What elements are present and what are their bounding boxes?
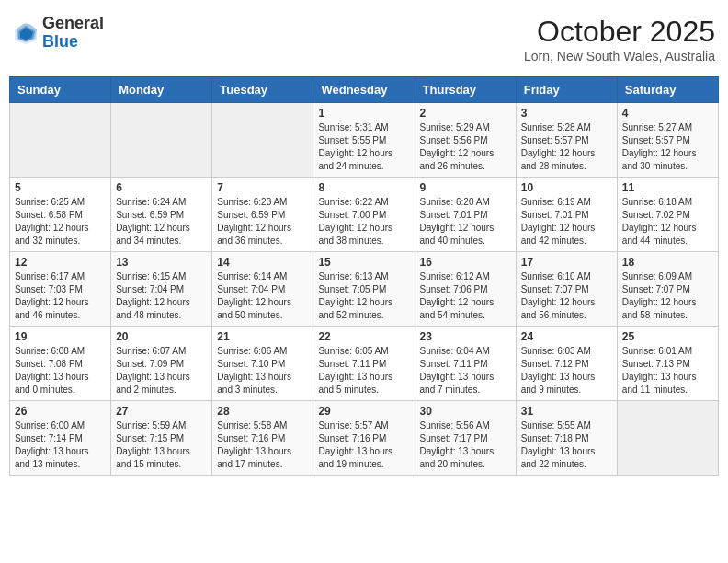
calendar-cell: 31Sunrise: 5:55 AM Sunset: 7:18 PM Dayli…: [516, 401, 617, 476]
calendar-cell: 30Sunrise: 5:56 AM Sunset: 7:17 PM Dayli…: [415, 401, 516, 476]
day-number: 26: [15, 405, 106, 418]
day-number: 15: [318, 256, 409, 269]
calendar-cell: 13Sunrise: 6:15 AM Sunset: 7:04 PM Dayli…: [111, 252, 212, 327]
weekday-header: Wednesday: [313, 77, 415, 103]
calendar-cell: 20Sunrise: 6:07 AM Sunset: 7:09 PM Dayli…: [111, 327, 212, 401]
day-number: 31: [521, 405, 612, 418]
weekday-header: Sunday: [10, 77, 111, 103]
calendar-cell: [111, 103, 212, 178]
cell-content: Sunrise: 5:59 AM Sunset: 7:15 PM Dayligh…: [116, 419, 207, 471]
calendar-cell: [10, 103, 111, 178]
calendar-cell: 17Sunrise: 6:10 AM Sunset: 7:07 PM Dayli…: [516, 252, 617, 327]
logo-icon: [13, 20, 39, 46]
title-block: October 2025 Lorn, New South Wales, Aust…: [524, 15, 715, 63]
cell-content: Sunrise: 5:28 AM Sunset: 5:57 PM Dayligh…: [521, 121, 612, 173]
day-number: 23: [420, 330, 511, 343]
cell-content: Sunrise: 5:29 AM Sunset: 5:56 PM Dayligh…: [420, 121, 511, 173]
calendar-cell: 26Sunrise: 6:00 AM Sunset: 7:14 PM Dayli…: [10, 401, 111, 476]
logo-blue-text: Blue: [42, 33, 104, 52]
weekday-header: Saturday: [617, 77, 718, 103]
calendar-cell: 8Sunrise: 6:22 AM Sunset: 7:00 PM Daylig…: [313, 178, 415, 252]
day-number: 16: [420, 256, 511, 269]
day-number: 9: [420, 181, 511, 194]
calendar-cell: 5Sunrise: 6:25 AM Sunset: 6:58 PM Daylig…: [10, 178, 111, 252]
calendar-cell: [617, 401, 718, 476]
day-number: 18: [622, 256, 713, 269]
location: Lorn, New South Wales, Australia: [524, 49, 715, 63]
cell-content: Sunrise: 6:06 AM Sunset: 7:10 PM Dayligh…: [217, 345, 308, 396]
day-number: 1: [318, 107, 409, 120]
day-number: 19: [15, 330, 106, 343]
calendar-cell: 1Sunrise: 5:31 AM Sunset: 5:55 PM Daylig…: [313, 103, 415, 178]
day-number: 28: [217, 405, 308, 418]
weekday-header: Tuesday: [212, 77, 313, 103]
day-number: 4: [622, 107, 713, 120]
calendar-cell: 16Sunrise: 6:12 AM Sunset: 7:06 PM Dayli…: [415, 252, 516, 327]
day-number: 29: [318, 405, 409, 418]
day-number: 6: [116, 181, 207, 194]
calendar-week-row: 12Sunrise: 6:17 AM Sunset: 7:03 PM Dayli…: [10, 252, 719, 327]
calendar-week-row: 19Sunrise: 6:08 AM Sunset: 7:08 PM Dayli…: [10, 327, 719, 401]
calendar-cell: 2Sunrise: 5:29 AM Sunset: 5:56 PM Daylig…: [415, 103, 516, 178]
calendar-cell: 15Sunrise: 6:13 AM Sunset: 7:05 PM Dayli…: [313, 252, 415, 327]
cell-content: Sunrise: 6:14 AM Sunset: 7:04 PM Dayligh…: [217, 270, 308, 322]
day-number: 25: [622, 330, 713, 343]
day-number: 14: [217, 256, 308, 269]
cell-content: Sunrise: 5:27 AM Sunset: 5:57 PM Dayligh…: [622, 121, 713, 173]
calendar-cell: 23Sunrise: 6:04 AM Sunset: 7:11 PM Dayli…: [415, 327, 516, 401]
day-number: 27: [116, 405, 207, 418]
calendar-cell: 7Sunrise: 6:23 AM Sunset: 6:59 PM Daylig…: [212, 178, 313, 252]
weekday-header: Monday: [111, 77, 212, 103]
calendar-cell: 24Sunrise: 6:03 AM Sunset: 7:12 PM Dayli…: [516, 327, 617, 401]
cell-content: Sunrise: 6:20 AM Sunset: 7:01 PM Dayligh…: [420, 196, 511, 247]
cell-content: Sunrise: 6:17 AM Sunset: 7:03 PM Dayligh…: [15, 270, 106, 322]
calendar-cell: 9Sunrise: 6:20 AM Sunset: 7:01 PM Daylig…: [415, 178, 516, 252]
day-number: 11: [622, 181, 713, 194]
cell-content: Sunrise: 6:04 AM Sunset: 7:11 PM Dayligh…: [420, 345, 511, 396]
calendar-cell: 14Sunrise: 6:14 AM Sunset: 7:04 PM Dayli…: [212, 252, 313, 327]
cell-content: Sunrise: 6:05 AM Sunset: 7:11 PM Dayligh…: [318, 345, 409, 396]
day-number: 8: [318, 181, 409, 194]
calendar-cell: [212, 103, 313, 178]
calendar-cell: 11Sunrise: 6:18 AM Sunset: 7:02 PM Dayli…: [617, 178, 718, 252]
calendar-week-row: 5Sunrise: 6:25 AM Sunset: 6:58 PM Daylig…: [10, 178, 719, 252]
day-number: 5: [15, 181, 106, 194]
cell-content: Sunrise: 6:18 AM Sunset: 7:02 PM Dayligh…: [622, 196, 713, 247]
calendar-cell: 21Sunrise: 6:06 AM Sunset: 7:10 PM Dayli…: [212, 327, 313, 401]
month-title: October 2025: [524, 15, 715, 49]
cell-content: Sunrise: 6:07 AM Sunset: 7:09 PM Dayligh…: [116, 345, 207, 396]
calendar: SundayMondayTuesdayWednesdayThursdayFrid…: [9, 76, 719, 476]
calendar-cell: 4Sunrise: 5:27 AM Sunset: 5:57 PM Daylig…: [617, 103, 718, 178]
calendar-cell: 6Sunrise: 6:24 AM Sunset: 6:59 PM Daylig…: [111, 178, 212, 252]
day-number: 30: [420, 405, 511, 418]
day-number: 7: [217, 181, 308, 194]
cell-content: Sunrise: 6:12 AM Sunset: 7:06 PM Dayligh…: [420, 270, 511, 322]
calendar-cell: 22Sunrise: 6:05 AM Sunset: 7:11 PM Dayli…: [313, 327, 415, 401]
weekday-header: Friday: [516, 77, 617, 103]
calendar-cell: 18Sunrise: 6:09 AM Sunset: 7:07 PM Dayli…: [617, 252, 718, 327]
day-number: 13: [116, 256, 207, 269]
cell-content: Sunrise: 6:22 AM Sunset: 7:00 PM Dayligh…: [318, 196, 409, 247]
cell-content: Sunrise: 6:23 AM Sunset: 6:59 PM Dayligh…: [217, 196, 308, 247]
cell-content: Sunrise: 6:25 AM Sunset: 6:58 PM Dayligh…: [15, 196, 106, 247]
calendar-cell: 27Sunrise: 5:59 AM Sunset: 7:15 PM Dayli…: [111, 401, 212, 476]
calendar-cell: 25Sunrise: 6:01 AM Sunset: 7:13 PM Dayli…: [617, 327, 718, 401]
cell-content: Sunrise: 6:00 AM Sunset: 7:14 PM Dayligh…: [15, 419, 106, 471]
calendar-cell: 19Sunrise: 6:08 AM Sunset: 7:08 PM Dayli…: [10, 327, 111, 401]
cell-content: Sunrise: 6:08 AM Sunset: 7:08 PM Dayligh…: [15, 345, 106, 396]
cell-content: Sunrise: 6:24 AM Sunset: 6:59 PM Dayligh…: [116, 196, 207, 247]
cell-content: Sunrise: 6:01 AM Sunset: 7:13 PM Dayligh…: [622, 345, 713, 396]
logo-general-text: General: [42, 15, 104, 33]
calendar-cell: 3Sunrise: 5:28 AM Sunset: 5:57 PM Daylig…: [516, 103, 617, 178]
calendar-cell: 29Sunrise: 5:57 AM Sunset: 7:16 PM Dayli…: [313, 401, 415, 476]
day-number: 22: [318, 330, 409, 343]
cell-content: Sunrise: 6:03 AM Sunset: 7:12 PM Dayligh…: [521, 345, 612, 396]
page-header: General Blue October 2025 Lorn, New Sout…: [9, 9, 719, 69]
cell-content: Sunrise: 6:10 AM Sunset: 7:07 PM Dayligh…: [521, 270, 612, 322]
cell-content: Sunrise: 5:56 AM Sunset: 7:17 PM Dayligh…: [420, 419, 511, 471]
cell-content: Sunrise: 5:58 AM Sunset: 7:16 PM Dayligh…: [217, 419, 308, 471]
day-number: 24: [521, 330, 612, 343]
day-number: 17: [521, 256, 612, 269]
calendar-week-row: 1Sunrise: 5:31 AM Sunset: 5:55 PM Daylig…: [10, 103, 719, 178]
calendar-week-row: 26Sunrise: 6:00 AM Sunset: 7:14 PM Dayli…: [10, 401, 719, 476]
